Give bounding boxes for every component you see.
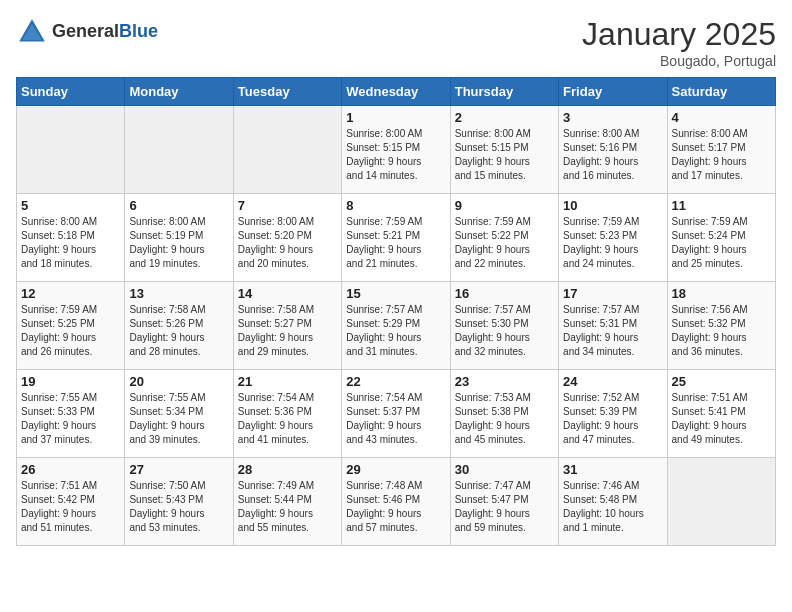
day-cell <box>17 106 125 194</box>
day-info: Sunrise: 8:00 AM Sunset: 5:15 PM Dayligh… <box>455 127 554 183</box>
day-cell: 3Sunrise: 8:00 AM Sunset: 5:16 PM Daylig… <box>559 106 667 194</box>
day-info: Sunrise: 7:54 AM Sunset: 5:37 PM Dayligh… <box>346 391 445 447</box>
week-row-3: 12Sunrise: 7:59 AM Sunset: 5:25 PM Dayli… <box>17 282 776 370</box>
day-number: 7 <box>238 198 337 213</box>
day-number: 14 <box>238 286 337 301</box>
day-info: Sunrise: 8:00 AM Sunset: 5:17 PM Dayligh… <box>672 127 771 183</box>
day-info: Sunrise: 7:57 AM Sunset: 5:31 PM Dayligh… <box>563 303 662 359</box>
day-number: 2 <box>455 110 554 125</box>
day-number: 19 <box>21 374 120 389</box>
day-number: 20 <box>129 374 228 389</box>
header-day-sunday: Sunday <box>17 78 125 106</box>
day-number: 31 <box>563 462 662 477</box>
day-info: Sunrise: 7:59 AM Sunset: 5:23 PM Dayligh… <box>563 215 662 271</box>
day-cell <box>125 106 233 194</box>
day-cell: 19Sunrise: 7:55 AM Sunset: 5:33 PM Dayli… <box>17 370 125 458</box>
day-number: 27 <box>129 462 228 477</box>
day-info: Sunrise: 7:57 AM Sunset: 5:29 PM Dayligh… <box>346 303 445 359</box>
location-subtitle: Bougado, Portugal <box>582 53 776 69</box>
header-day-friday: Friday <box>559 78 667 106</box>
day-cell: 20Sunrise: 7:55 AM Sunset: 5:34 PM Dayli… <box>125 370 233 458</box>
day-number: 24 <box>563 374 662 389</box>
day-cell: 1Sunrise: 8:00 AM Sunset: 5:15 PM Daylig… <box>342 106 450 194</box>
day-info: Sunrise: 7:55 AM Sunset: 5:33 PM Dayligh… <box>21 391 120 447</box>
day-number: 3 <box>563 110 662 125</box>
day-cell: 8Sunrise: 7:59 AM Sunset: 5:21 PM Daylig… <box>342 194 450 282</box>
day-cell: 26Sunrise: 7:51 AM Sunset: 5:42 PM Dayli… <box>17 458 125 546</box>
day-info: Sunrise: 7:51 AM Sunset: 5:41 PM Dayligh… <box>672 391 771 447</box>
day-info: Sunrise: 7:48 AM Sunset: 5:46 PM Dayligh… <box>346 479 445 535</box>
header-day-monday: Monday <box>125 78 233 106</box>
week-row-2: 5Sunrise: 8:00 AM Sunset: 5:18 PM Daylig… <box>17 194 776 282</box>
day-number: 18 <box>672 286 771 301</box>
day-info: Sunrise: 7:59 AM Sunset: 5:24 PM Dayligh… <box>672 215 771 271</box>
day-info: Sunrise: 7:47 AM Sunset: 5:47 PM Dayligh… <box>455 479 554 535</box>
header-day-saturday: Saturday <box>667 78 775 106</box>
logo-blue-text: Blue <box>119 21 158 41</box>
day-cell: 2Sunrise: 8:00 AM Sunset: 5:15 PM Daylig… <box>450 106 558 194</box>
day-cell: 28Sunrise: 7:49 AM Sunset: 5:44 PM Dayli… <box>233 458 341 546</box>
day-cell: 30Sunrise: 7:47 AM Sunset: 5:47 PM Dayli… <box>450 458 558 546</box>
day-number: 25 <box>672 374 771 389</box>
day-info: Sunrise: 7:52 AM Sunset: 5:39 PM Dayligh… <box>563 391 662 447</box>
day-cell: 10Sunrise: 7:59 AM Sunset: 5:23 PM Dayli… <box>559 194 667 282</box>
day-info: Sunrise: 7:46 AM Sunset: 5:48 PM Dayligh… <box>563 479 662 535</box>
day-cell: 12Sunrise: 7:59 AM Sunset: 5:25 PM Dayli… <box>17 282 125 370</box>
month-title: January 2025 <box>582 16 776 53</box>
day-cell: 5Sunrise: 8:00 AM Sunset: 5:18 PM Daylig… <box>17 194 125 282</box>
day-cell: 4Sunrise: 8:00 AM Sunset: 5:17 PM Daylig… <box>667 106 775 194</box>
logo: GeneralBlue <box>16 16 158 48</box>
day-number: 29 <box>346 462 445 477</box>
day-cell: 27Sunrise: 7:50 AM Sunset: 5:43 PM Dayli… <box>125 458 233 546</box>
day-number: 26 <box>21 462 120 477</box>
logo-general-text: General <box>52 21 119 41</box>
calendar-body: 1Sunrise: 8:00 AM Sunset: 5:15 PM Daylig… <box>17 106 776 546</box>
day-cell: 21Sunrise: 7:54 AM Sunset: 5:36 PM Dayli… <box>233 370 341 458</box>
header-day-tuesday: Tuesday <box>233 78 341 106</box>
day-cell: 13Sunrise: 7:58 AM Sunset: 5:26 PM Dayli… <box>125 282 233 370</box>
day-cell: 16Sunrise: 7:57 AM Sunset: 5:30 PM Dayli… <box>450 282 558 370</box>
day-number: 23 <box>455 374 554 389</box>
header-row: SundayMondayTuesdayWednesdayThursdayFrid… <box>17 78 776 106</box>
day-info: Sunrise: 7:56 AM Sunset: 5:32 PM Dayligh… <box>672 303 771 359</box>
day-info: Sunrise: 7:49 AM Sunset: 5:44 PM Dayligh… <box>238 479 337 535</box>
day-cell: 17Sunrise: 7:57 AM Sunset: 5:31 PM Dayli… <box>559 282 667 370</box>
day-number: 16 <box>455 286 554 301</box>
day-cell: 11Sunrise: 7:59 AM Sunset: 5:24 PM Dayli… <box>667 194 775 282</box>
day-info: Sunrise: 8:00 AM Sunset: 5:15 PM Dayligh… <box>346 127 445 183</box>
day-info: Sunrise: 7:51 AM Sunset: 5:42 PM Dayligh… <box>21 479 120 535</box>
day-info: Sunrise: 7:59 AM Sunset: 5:21 PM Dayligh… <box>346 215 445 271</box>
day-number: 4 <box>672 110 771 125</box>
day-info: Sunrise: 7:55 AM Sunset: 5:34 PM Dayligh… <box>129 391 228 447</box>
day-number: 1 <box>346 110 445 125</box>
day-number: 21 <box>238 374 337 389</box>
day-number: 17 <box>563 286 662 301</box>
day-info: Sunrise: 7:57 AM Sunset: 5:30 PM Dayligh… <box>455 303 554 359</box>
header-day-thursday: Thursday <box>450 78 558 106</box>
calendar-header: SundayMondayTuesdayWednesdayThursdayFrid… <box>17 78 776 106</box>
day-info: Sunrise: 7:58 AM Sunset: 5:27 PM Dayligh… <box>238 303 337 359</box>
day-number: 28 <box>238 462 337 477</box>
day-number: 12 <box>21 286 120 301</box>
day-cell: 15Sunrise: 7:57 AM Sunset: 5:29 PM Dayli… <box>342 282 450 370</box>
day-info: Sunrise: 7:54 AM Sunset: 5:36 PM Dayligh… <box>238 391 337 447</box>
day-info: Sunrise: 8:00 AM Sunset: 5:18 PM Dayligh… <box>21 215 120 271</box>
day-number: 30 <box>455 462 554 477</box>
day-number: 8 <box>346 198 445 213</box>
day-info: Sunrise: 8:00 AM Sunset: 5:16 PM Dayligh… <box>563 127 662 183</box>
day-number: 22 <box>346 374 445 389</box>
day-cell: 7Sunrise: 8:00 AM Sunset: 5:20 PM Daylig… <box>233 194 341 282</box>
day-cell: 22Sunrise: 7:54 AM Sunset: 5:37 PM Dayli… <box>342 370 450 458</box>
day-cell: 25Sunrise: 7:51 AM Sunset: 5:41 PM Dayli… <box>667 370 775 458</box>
day-number: 6 <box>129 198 228 213</box>
week-row-5: 26Sunrise: 7:51 AM Sunset: 5:42 PM Dayli… <box>17 458 776 546</box>
day-number: 5 <box>21 198 120 213</box>
day-cell: 29Sunrise: 7:48 AM Sunset: 5:46 PM Dayli… <box>342 458 450 546</box>
day-info: Sunrise: 7:59 AM Sunset: 5:22 PM Dayligh… <box>455 215 554 271</box>
day-number: 9 <box>455 198 554 213</box>
page-header: GeneralBlue January 2025 Bougado, Portug… <box>16 16 776 69</box>
day-cell: 14Sunrise: 7:58 AM Sunset: 5:27 PM Dayli… <box>233 282 341 370</box>
day-info: Sunrise: 7:53 AM Sunset: 5:38 PM Dayligh… <box>455 391 554 447</box>
header-day-wednesday: Wednesday <box>342 78 450 106</box>
day-cell: 24Sunrise: 7:52 AM Sunset: 5:39 PM Dayli… <box>559 370 667 458</box>
